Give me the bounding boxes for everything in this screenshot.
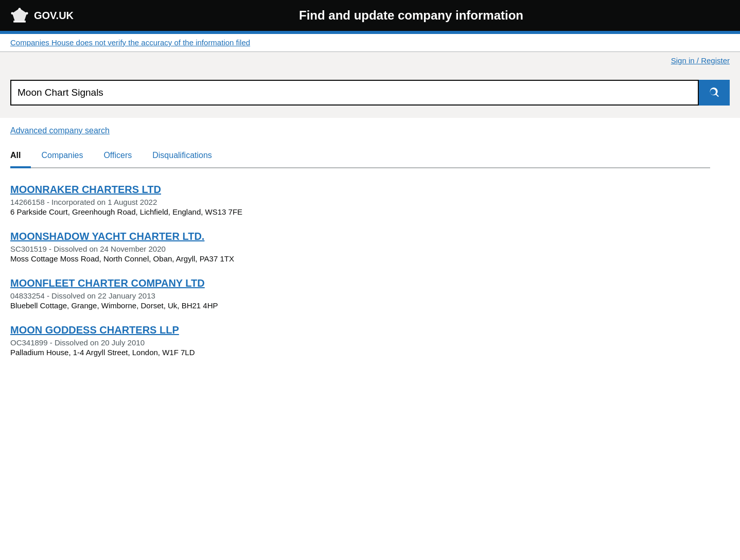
- result-meta: SC301519 - Dissolved on 24 November 2020: [10, 244, 710, 253]
- result-item: MOONRAKER CHARTERS LTD 14266158 - Incorp…: [10, 184, 710, 216]
- search-form: [10, 80, 730, 106]
- result-name[interactable]: MOONRAKER CHARTERS LTD: [10, 184, 710, 196]
- site-header: GOV.UK Find and update company informati…: [0, 0, 740, 31]
- tab-companies[interactable]: Companies: [41, 146, 93, 168]
- result-item: MOON GODDESS CHARTERS LLP OC341899 - Dis…: [10, 324, 710, 357]
- result-meta: OC341899 - Dissolved on 20 July 2010: [10, 338, 710, 347]
- advanced-search-link[interactable]: Advanced company search: [10, 126, 110, 135]
- result-name[interactable]: MOONFLEET CHARTER COMPANY LTD: [10, 277, 710, 289]
- tab-all[interactable]: All: [10, 146, 31, 168]
- search-section: [0, 69, 740, 118]
- result-address: Bluebell Cottage, Grange, Wimborne, Dors…: [10, 301, 710, 310]
- signin-link[interactable]: Sign in / Register: [671, 56, 730, 65]
- result-address: Moss Cottage Moss Road, North Connel, Ob…: [10, 254, 710, 263]
- crown-icon: [10, 7, 29, 24]
- logo-text: GOV.UK: [34, 10, 74, 22]
- svg-point-3: [26, 12, 28, 14]
- result-meta: 04833254 - Dissolved on 22 January 2013: [10, 291, 710, 300]
- advanced-search-container: Advanced company search: [10, 126, 710, 135]
- result-address: 6 Parkside Court, Greenhough Road, Lichf…: [10, 207, 710, 216]
- site-title: Find and update company information: [93, 8, 730, 23]
- result-item: MOONFLEET CHARTER COMPANY LTD 04833254 -…: [10, 277, 710, 310]
- result-address: Palladium House, 1-4 Argyll Street, Lond…: [10, 348, 710, 357]
- gov-uk-logo: GOV.UK: [10, 7, 93, 24]
- main-content: Advanced company search All Companies Of…: [0, 118, 720, 357]
- signin-bar: Sign in / Register: [0, 52, 740, 69]
- result-name[interactable]: MOONSHADOW YACHT CHARTER LTD.: [10, 231, 710, 242]
- result-name[interactable]: MOON GODDESS CHARTERS LLP: [10, 324, 710, 336]
- svg-rect-4: [13, 21, 26, 23]
- warning-link[interactable]: Companies House does not verify the accu…: [10, 38, 250, 47]
- result-meta: 14266158 - Incorporated on 1 August 2022: [10, 198, 710, 206]
- results-list: MOONRAKER CHARTERS LTD 14266158 - Incorp…: [10, 184, 710, 357]
- search-icon: [708, 86, 720, 99]
- warning-banner: Companies House does not verify the accu…: [0, 34, 740, 52]
- tab-disqualifications[interactable]: Disqualifications: [152, 146, 222, 168]
- svg-point-1: [19, 8, 21, 10]
- search-tabs: All Companies Officers Disqualifications: [10, 146, 710, 168]
- tab-officers[interactable]: Officers: [103, 146, 142, 168]
- search-input[interactable]: [10, 80, 699, 106]
- result-item: MOONSHADOW YACHT CHARTER LTD. SC301519 -…: [10, 231, 710, 263]
- svg-point-2: [11, 12, 13, 14]
- search-button[interactable]: [699, 80, 730, 106]
